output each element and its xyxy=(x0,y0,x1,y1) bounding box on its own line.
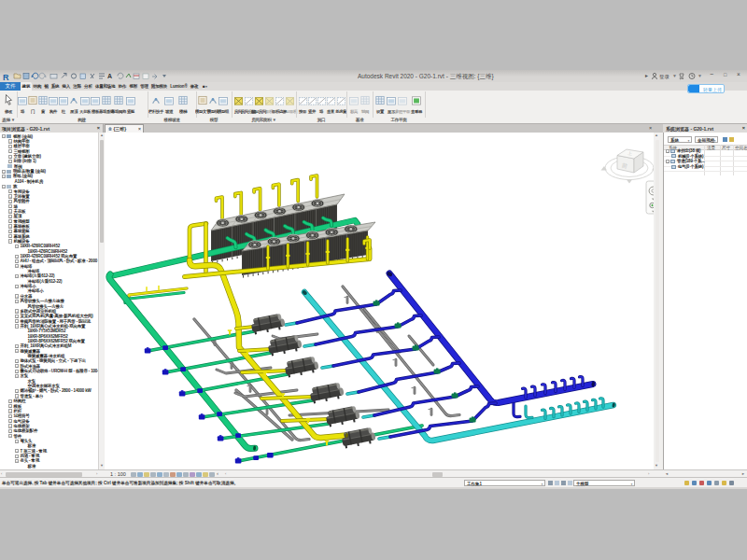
svg-text:上: 上 xyxy=(627,150,633,157)
svg-text:▼: ▼ xyxy=(698,73,702,78)
svg-text:R: R xyxy=(3,72,9,81)
svg-text:▼: ▼ xyxy=(672,73,677,78)
svg-text:A: A xyxy=(107,73,112,79)
svg-text:登录: 登录 xyxy=(659,74,670,80)
